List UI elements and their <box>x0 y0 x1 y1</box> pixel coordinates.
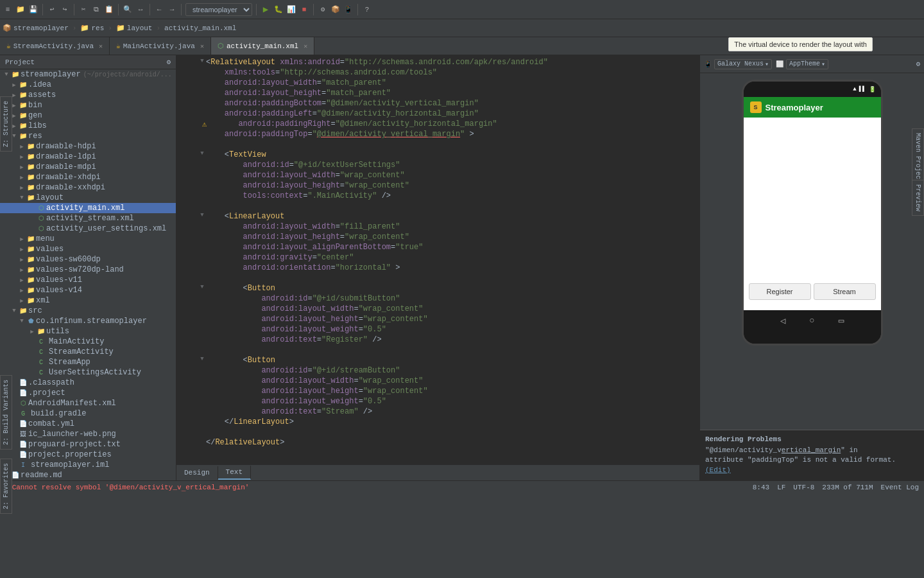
tree-item-src[interactable]: ▼ 📁 src <box>0 306 176 316</box>
z-structure-tab[interactable]: Z: Structure <box>0 96 12 152</box>
file-icon: 📄 <box>18 419 28 428</box>
tab-close-button[interactable]: ✕ <box>99 42 103 50</box>
tree-item-gen[interactable]: ▶ 📁 gen <box>0 110 176 121</box>
tree-item-drawable-mdpi[interactable]: ▶ 📁 drawable-mdpi <box>0 162 176 172</box>
app-selector[interactable]: streamoplayer <box>185 3 252 16</box>
gradle-sync-icon[interactable]: ⚙ <box>318 4 328 15</box>
device-selector[interactable]: Galaxy Nexus ▾ <box>714 59 772 69</box>
sdk-manager-icon[interactable]: 📦 <box>330 4 341 15</box>
debug-button[interactable]: 🐛 <box>273 4 284 15</box>
tree-item-drawable-xxhdpi[interactable]: ▶ 📁 drawable-xxhdpi <box>0 182 176 193</box>
tab-close-button[interactable]: ✕ <box>200 42 204 50</box>
forward-nav-icon[interactable]: → <box>167 4 177 15</box>
tree-item-root[interactable]: ▼ 📁 streamoplayer (~/projects/android/..… <box>0 69 176 80</box>
tab-main-activity[interactable]: ☕ MainActivity.java ✕ <box>110 37 211 55</box>
cut-icon[interactable]: ✂ <box>78 4 89 15</box>
nav-file[interactable]: activity_main.xml <box>164 24 236 32</box>
search-icon[interactable]: 🔍 <box>123 4 133 15</box>
open-icon[interactable]: 📁 <box>15 4 26 15</box>
phone-register-button[interactable]: Register <box>749 283 811 300</box>
tree-item-streamoplayer-iml[interactable]: I streamoplayer.iml <box>0 460 176 470</box>
tree-item-project-properties[interactable]: 📄 project.properties <box>0 450 176 460</box>
tree-item-idea[interactable]: ▶ 📁 .idea <box>0 80 176 90</box>
save-icon[interactable]: 💾 <box>28 4 38 15</box>
undo-icon[interactable]: ↩ <box>47 4 57 15</box>
tree-item-values-sw720dp[interactable]: ▶ 📁 values-sw720dp-land <box>0 265 176 275</box>
tree-item-ic-launcher[interactable]: 🖼 ic_launcher-web.png <box>0 429 176 439</box>
preview-tab-right[interactable]: Preview <box>912 180 924 216</box>
run-button[interactable]: ▶ <box>261 4 271 15</box>
redo-icon[interactable]: ↪ <box>60 4 70 15</box>
tree-item-usersettingsactivity[interactable]: C UserSettingsActivity <box>0 367 176 378</box>
tree-item-libs[interactable]: ▶ 📁 libs <box>0 121 176 131</box>
tree-arrow: ▶ <box>18 143 26 150</box>
file-icon: I <box>18 460 28 469</box>
tree-label: values-sw720dp-land <box>36 265 124 274</box>
phone-icon: 📱 <box>704 60 712 68</box>
tree-item-drawable-ldpi[interactable]: ▶ 📁 drawable-ldpi <box>0 152 176 162</box>
tree-item-values-sw600dp[interactable]: ▶ 📁 values-sw600dp <box>0 254 176 265</box>
favorites-tab[interactable]: 2: Favorites <box>0 459 12 514</box>
avd-manager-icon[interactable]: 📱 <box>343 4 354 15</box>
tree-item-xml[interactable]: ▶ 📁 xml <box>0 295 176 306</box>
project-header-label: Project <box>5 58 35 66</box>
code-line: android:layout_height="wrap_content" <box>176 181 699 191</box>
phone-bottom-bar <box>744 331 881 344</box>
tree-item-bin[interactable]: ▶ 📁 bin <box>0 100 176 110</box>
tree-item-menu[interactable]: ▶ 📁 menu <box>0 234 176 244</box>
tree-item-project[interactable]: 📄 .project <box>0 388 176 398</box>
tree-item-package[interactable]: ▼ ⬟ co.infinum.streamoplayer <box>0 316 176 326</box>
tree-item-values[interactable]: ▶ 📁 values <box>0 244 176 254</box>
sidebar-settings-icon[interactable]: ⚙ <box>166 58 171 66</box>
help-icon[interactable]: ? <box>362 4 372 15</box>
tree-item-assets[interactable]: ▶ 📁 assets <box>0 90 176 100</box>
tree-item-values-v14[interactable]: ▶ 📁 values-v14 <box>0 285 176 295</box>
tree-label: menu <box>36 234 55 243</box>
tree-item-streamactivity[interactable]: C StreamActivity <box>0 347 176 357</box>
tree-item-build-gradle[interactable]: G build.gradle <box>0 408 176 419</box>
nav-layout[interactable]: 📁 layout <box>116 24 153 32</box>
tab-activity-main-xml[interactable]: ⬡ activity_main.xml ✕ <box>211 37 314 55</box>
code-line: ▼ <LinearLayout <box>176 212 699 222</box>
tree-item-utils[interactable]: ▶ 📁 utils <box>0 326 176 337</box>
tree-item-mainactivity[interactable]: C MainActivity <box>0 337 176 347</box>
theme-selector[interactable]: AppTheme ▾ <box>786 59 828 69</box>
folder-icon: 📁 <box>18 80 28 89</box>
tab-design[interactable]: Design <box>176 466 218 479</box>
tree-item-combat-yml[interactable]: 📄 combat.yml <box>0 419 176 429</box>
back-nav-icon[interactable]: ← <box>154 4 164 15</box>
rendering-edit-link[interactable]: (Edit) <box>705 466 731 474</box>
java-file-icon: C <box>36 358 46 367</box>
menu-icon[interactable]: ≡ <box>3 4 13 15</box>
tab-close-button[interactable]: ✕ <box>304 42 307 50</box>
paste-icon[interactable]: 📋 <box>104 4 114 15</box>
tree-item-activity-stream[interactable]: ⬡ activity_stream.xml <box>0 213 176 223</box>
tree-item-readme[interactable]: 📄 readme.md <box>0 470 176 480</box>
tree-item-res[interactable]: ▼ 📁 res <box>0 131 176 141</box>
tree-item-androidmanifest[interactable]: ⬡ AndroidManifest.xml <box>0 398 176 408</box>
replace-icon[interactable]: ↔ <box>135 4 146 15</box>
tab-stream-activity[interactable]: ☕ StreamActivity.java ✕ <box>0 37 110 55</box>
phone-stream-button[interactable]: Stream <box>814 283 876 300</box>
tree-item-activity-main[interactable]: ⬡ activity_main.xml <box>0 203 176 213</box>
coverage-button[interactable]: 📊 <box>286 4 296 15</box>
tree-item-proguard[interactable]: 📄 proguard-project.txt <box>0 439 176 450</box>
nav-res[interactable]: 📁 res <box>80 24 104 32</box>
tree-item-values-v11[interactable]: ▶ 📁 values-v11 <box>0 275 176 285</box>
tree-item-drawable-xhdpi[interactable]: ▶ 📁 drawable-xhdpi <box>0 172 176 182</box>
tree-item-layout[interactable]: ▼ 📁 layout <box>0 193 176 203</box>
tree-item-activity-user[interactable]: ⬡ activity_user_settings.xml <box>0 223 176 234</box>
stop-button[interactable]: ■ <box>299 4 309 15</box>
tree-item-classpath[interactable]: 📄 .classpath <box>0 378 176 388</box>
copy-icon[interactable]: ⧉ <box>91 4 101 15</box>
tree-item-streamapp[interactable]: C StreamApp <box>0 357 176 367</box>
event-log[interactable]: Event Log <box>881 484 919 491</box>
project-sidebar: Project ⚙ ▼ 📁 streamoplayer (~/projects/… <box>0 55 176 480</box>
tab-text[interactable]: Text <box>218 466 251 480</box>
build-variants-tab[interactable]: 2: Build Variants <box>0 375 12 450</box>
tree-arrow: ▼ <box>3 71 10 78</box>
tree-item-drawable-hdpi[interactable]: ▶ 📁 drawable-hdpi <box>0 141 176 152</box>
code-content[interactable]: ▼ <RelativeLayout xmlns:android="http://… <box>176 55 699 464</box>
code-editor[interactable]: ▼ <RelativeLayout xmlns:android="http://… <box>176 55 699 480</box>
preview-settings-icon[interactable]: ⚙ <box>916 60 920 68</box>
